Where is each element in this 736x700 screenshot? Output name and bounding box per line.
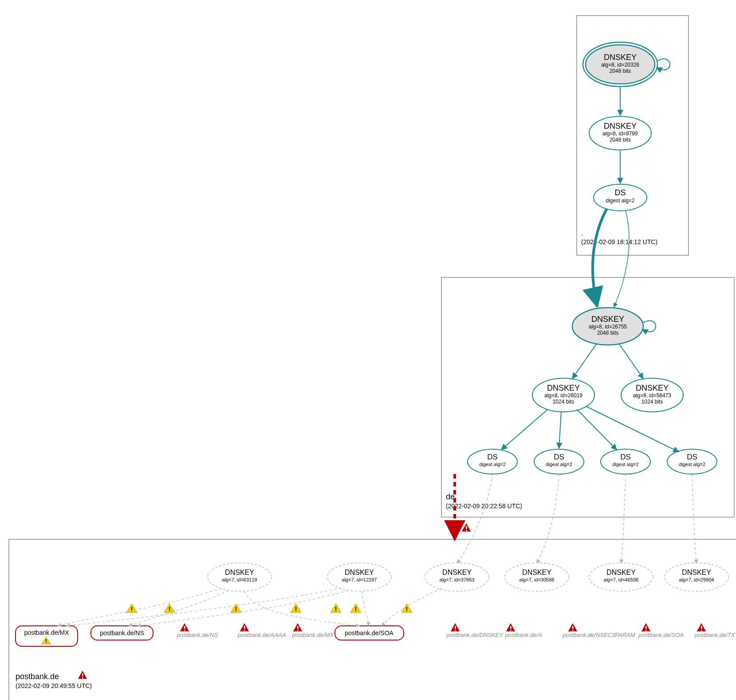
de-zsk2[interactable]: DNSKEY alg=8, id=58473 1024 bits xyxy=(621,378,683,412)
warning-icon: ! xyxy=(126,604,137,613)
edge xyxy=(614,210,629,307)
label: digest alg=2 xyxy=(479,462,506,467)
label: postbank.de/DNSKEY xyxy=(446,632,504,638)
edge-dashed xyxy=(244,591,359,626)
warning-icon: ! xyxy=(331,604,341,613)
zone-label: . xyxy=(581,229,583,237)
label: digest alg=2 xyxy=(612,462,639,467)
label: postbank.de/SOA xyxy=(345,629,394,637)
edge-dashed xyxy=(362,591,369,626)
edge xyxy=(572,344,597,379)
rr-soa2[interactable]: postbank.de/SOA xyxy=(638,623,684,638)
svg-rect-31 xyxy=(244,626,245,629)
label: DNSKEY xyxy=(547,384,580,392)
zone-label: postbank.de xyxy=(16,672,59,681)
edge xyxy=(559,412,561,448)
label: alg=8, id=58473 xyxy=(633,392,671,399)
rr-mx[interactable]: postbank.de/MX ! xyxy=(16,626,78,646)
de-ksk[interactable]: DNSKEY alg=8, id=26755 2048 bits xyxy=(572,308,643,345)
label: alg=8, id=9799 xyxy=(602,131,638,137)
label: 2048 bits xyxy=(610,68,631,74)
svg-rect-43 xyxy=(645,630,647,631)
svg-text:!: ! xyxy=(235,605,237,613)
label: 2048 bits xyxy=(610,137,631,143)
edge-dashed xyxy=(457,474,492,564)
edge xyxy=(577,409,617,450)
pb-dnskey-3[interactable]: DNSKEY alg=7, id=30588 xyxy=(505,563,569,591)
label: alg=7, id=30588 xyxy=(520,577,555,582)
svg-rect-44 xyxy=(701,626,702,629)
rr-nsec3param[interactable]: postbank.de/NSEC3PARAM xyxy=(562,623,635,638)
rr-txt[interactable]: postbank.de/TXT xyxy=(694,623,736,638)
root-ksk[interactable]: DNSKEY alg=8, id=20326 2048 bits xyxy=(583,42,657,87)
label: alg=7, id=46596 xyxy=(604,577,639,582)
label: postbank.de/AAAA xyxy=(237,632,286,638)
warning-icon: ! xyxy=(401,604,412,613)
svg-rect-40 xyxy=(572,626,574,629)
label: alg=7, id=37863 xyxy=(440,577,475,582)
rr-a[interactable]: postbank.de/A xyxy=(504,623,542,638)
label: DS xyxy=(554,453,564,461)
label: DNSKEY xyxy=(606,569,636,576)
rr-ns1[interactable]: postbank.de/NS xyxy=(91,626,153,640)
svg-rect-34 xyxy=(297,630,299,631)
svg-rect-42 xyxy=(645,626,647,629)
label: postbank.de/A xyxy=(504,632,542,638)
rr-mx2[interactable]: postbank.de/MX xyxy=(291,623,334,638)
edge xyxy=(586,406,679,452)
de-ds2[interactable]: DS digest alg=2 xyxy=(534,449,584,474)
label: DNSKEY xyxy=(442,569,472,576)
label: DNSKEY xyxy=(604,53,637,62)
edge xyxy=(501,409,548,450)
svg-text:!: ! xyxy=(45,638,47,645)
svg-text:!: ! xyxy=(131,605,133,613)
edge-dashed xyxy=(692,474,697,564)
pb-dnskey-2[interactable]: DNSKEY alg=7, id=37863 xyxy=(425,563,489,591)
label: DNSKEY xyxy=(682,569,711,576)
label: postbank.de/SOA xyxy=(638,632,684,638)
edge-dashed xyxy=(537,474,559,564)
svg-rect-39 xyxy=(510,630,512,631)
pb-dnskey-0[interactable]: DNSKEY alg=7, id=63119 xyxy=(208,563,272,591)
edge xyxy=(619,344,643,379)
de-zsk1[interactable]: DNSKEY alg=8, id=26019 1024 bits xyxy=(532,378,594,412)
label: DNSKEY xyxy=(636,384,669,392)
error-icon xyxy=(78,670,87,679)
zone-timestamp: (2022-02-09 18:14:12 UTC) xyxy=(581,238,657,245)
label: digest alg=2 xyxy=(606,198,634,204)
root-ds[interactable]: DS digest alg=2 xyxy=(594,184,647,211)
label: DS xyxy=(687,453,697,461)
rr-dnskey[interactable]: postbank.de/DNSKEY xyxy=(446,623,504,638)
svg-text:!: ! xyxy=(295,605,297,613)
rr-ns2[interactable]: postbank.de/NS xyxy=(177,623,218,638)
label: postbank.de/NS xyxy=(177,632,218,638)
rr-soa[interactable]: postbank.de/SOA xyxy=(335,626,404,640)
self-sign-arrow xyxy=(657,59,670,70)
label: DNSKEY xyxy=(345,569,374,576)
de-ds3[interactable]: DS digest alg=2 xyxy=(601,449,650,474)
root-zsk[interactable]: DNSKEY alg=8, id=9799 2048 bits xyxy=(589,116,651,150)
label: alg=8, id=26755 xyxy=(589,324,627,330)
label: postbank.de/TXT xyxy=(694,632,736,638)
label: postbank.de/MX xyxy=(24,629,69,636)
label: DS xyxy=(487,453,498,461)
label: digest alg=2 xyxy=(546,462,572,467)
label: postbank.de/MX xyxy=(291,632,334,638)
de-ds4[interactable]: DS digest alg=2 xyxy=(667,449,717,474)
pb-dnskey-5[interactable]: DNSKEY alg=7, id=29904 xyxy=(665,563,728,591)
warning-icon: ! xyxy=(350,604,361,613)
pb-dnskey-4[interactable]: DNSKEY alg=7, id=46596 xyxy=(589,563,653,591)
svg-rect-12 xyxy=(466,530,467,531)
de-ds1[interactable]: DS digest alg=2 xyxy=(468,449,517,474)
pb-dnskey-1[interactable]: DNSKEY alg=7, id=12287 xyxy=(327,563,391,591)
edge-dashed xyxy=(67,588,342,626)
label: postbank.de/NSEC3PARAM xyxy=(562,632,635,638)
label: alg=8, id=20326 xyxy=(601,62,639,68)
label: alg=7, id=12287 xyxy=(342,577,377,582)
label: digest alg=2 xyxy=(679,462,705,467)
rr-aaaa[interactable]: postbank.de/AAAA xyxy=(237,623,286,638)
svg-rect-47 xyxy=(82,677,83,679)
label: 1024 bits xyxy=(642,399,663,405)
edge-dashed xyxy=(58,588,222,626)
label: alg=7, id=29904 xyxy=(679,577,714,582)
